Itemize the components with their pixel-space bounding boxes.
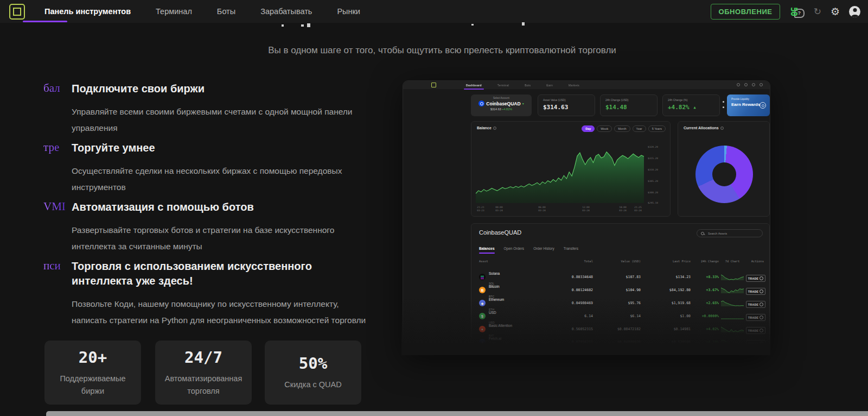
x-axis-tick: 21:2103-23 [473, 206, 489, 213]
earn-card-label: Provide Liquidity [731, 98, 765, 100]
feature-description: Развертывайте торговых ботов и стратегии… [72, 222, 375, 255]
table-row: ◦ CelestiaTIA 0.009706 $0.03426218 $3.53… [479, 345, 763, 355]
rewards-circle-icon [760, 102, 766, 109]
feature-title: Подключите свои биржи [72, 81, 375, 96]
stat-label: 24h Change (USD) [605, 98, 652, 102]
quadency-logo-icon[interactable] [9, 4, 25, 20]
nav-tab-bots[interactable]: Боты [205, 0, 248, 23]
y-axis-tick: $305.20 [648, 180, 667, 182]
promo-50-badge[interactable]: 50 [789, 7, 799, 16]
promo-help-group[interactable]: 50 ? [789, 5, 805, 18]
clipped-heading-fragment [282, 24, 284, 27]
nav-tab-earn[interactable]: Зарабатывать [248, 0, 324, 23]
sparkline-7d [720, 313, 744, 320]
tab-transfers: Transfers [564, 247, 578, 250]
feature-description: Позвольте Коди, нашему помощнику по иску… [72, 296, 375, 329]
y-axis-tick: $320.20 [648, 146, 667, 148]
preview-nav-tabs: Dashboard Terminal Bots Earn Markets [466, 84, 579, 87]
account-name: CoinbaseQUAD [486, 101, 520, 106]
stat-label: Asset Value (USD) [543, 98, 590, 102]
feature-connect-exchanges: бал Подключите свои биржи Управляйте все… [43, 81, 375, 136]
sparkline-7d [720, 274, 744, 281]
sparkline-7d [720, 300, 744, 307]
stat-card-automated-trading: 24/7 Автоматизированная торговля [155, 341, 252, 405]
y-axis-tick: $295.10 [648, 201, 667, 204]
coin-icon: B [479, 287, 486, 293]
allocations-panel-title: Current Allocations [684, 126, 719, 130]
search-icon [701, 232, 704, 235]
stat-card-exchanges: 20+ Поддерживаемые биржи [44, 341, 141, 405]
x-axis-tick: 21:2503-24 [630, 206, 646, 213]
stat-label: Автоматизированная торговля [163, 373, 244, 397]
holdings-title: CoinbaseQUAD [479, 229, 521, 236]
feature-title: Торговля с использованием искусственного… [72, 259, 375, 288]
account-selector-label: Select Account [471, 97, 532, 99]
coin-icon: ✦ [479, 339, 486, 345]
nav-tab-dashboard[interactable]: Панель инструментов [32, 0, 143, 23]
preview-tab-terminal: Terminal [497, 84, 509, 87]
main-nav: Панель инструментов Терминал Боты Зараба… [32, 0, 373, 23]
allocations-donut-chart [695, 146, 753, 203]
stat-value: 24/7 [184, 348, 222, 367]
stat-label: 24h Change (%) [668, 98, 714, 102]
stat-value: $314.63 [543, 104, 590, 111]
dashboard-preview-image: Dashboard Terminal Bots Earn Markets Sel… [403, 80, 770, 355]
preview-nav-icons [737, 83, 763, 86]
feature-description: Управляйте всеми своими биржевыми счетам… [72, 104, 375, 136]
allocations-panel: Current Allocations i [678, 121, 770, 217]
update-button[interactable]: ОБНОВЛЕНИЕ [711, 4, 780, 20]
coin-icon [479, 274, 486, 280]
preview-tab-markets: Markets [569, 84, 579, 87]
chevron-down-icon: ▾ [522, 102, 524, 105]
preview-tab-bots: Bots [525, 84, 531, 87]
x-axis-tick: 06:0003-24 [534, 206, 550, 213]
coin-icon: ◆ [479, 300, 486, 306]
account-change: +4.82% [502, 108, 512, 111]
avatar-icon [760, 83, 763, 86]
clipped-heading-fragment [301, 24, 304, 27]
stat-value: 50% [299, 354, 327, 373]
top-navbar: Панель инструментов Терминал Боты Зараба… [0, 0, 868, 23]
nav-tab-markets[interactable]: Рынки [324, 0, 373, 23]
asset-search-box [697, 229, 763, 237]
sparkline-7d [720, 287, 744, 294]
search-icon [737, 83, 740, 86]
coin-icon: $ [479, 313, 486, 319]
stat-value: 20+ [79, 348, 107, 367]
x-axis-tick: 12:0003-24 [578, 206, 594, 213]
refresh-icon[interactable]: ↻ [814, 7, 821, 16]
settings-gear-icon[interactable]: ⚙ [831, 7, 840, 17]
y-axis-tick: $315.20 [648, 157, 667, 160]
feature-icon-fragment: VMI [43, 200, 68, 215]
range-week: Week [597, 125, 612, 132]
feature-icon-fragment: тре [43, 141, 68, 155]
feature-icon-fragment: пси [43, 259, 68, 274]
change-pct-card: 24h Change (%) +4.82% ▴ [662, 94, 720, 116]
bell-icon [744, 83, 748, 86]
range-5years: 5 Years [648, 125, 666, 132]
preview-logo-icon [431, 83, 436, 87]
feature-title: Автоматизация с помощью ботов [72, 200, 375, 215]
tab-open-orders: Open Orders [504, 247, 525, 250]
carousel-dot [723, 101, 724, 103]
clipped-heading-fragment [307, 23, 310, 27]
coin-icon: ◦ [479, 352, 486, 355]
user-avatar-icon[interactable] [849, 6, 860, 17]
tab-balances: Balances [479, 247, 495, 250]
range-year: Year [633, 125, 646, 132]
holdings-tabs: Balances Open Orders Order History Trans… [479, 247, 578, 250]
feature-ai-trading: пси Торговля с использованием искусствен… [43, 259, 375, 329]
nav-right-cluster: ОБНОВЛЕНИЕ 50 ? ↻ ⚙ [711, 0, 860, 23]
earn-rewards-card: Provide Liquidity Earn Rewards [727, 94, 770, 116]
time-range-pills: Day Week Month Year 5 Years [582, 125, 666, 132]
stat-label: Поддерживаемые биржи [52, 373, 133, 397]
coinbase-icon [478, 100, 484, 106]
hero-subtitle: Вы в одном шаге от того, чтобы ощутить в… [0, 45, 868, 56]
nav-tab-terminal[interactable]: Терминал [143, 0, 205, 23]
preview-navbar: Dashboard Terminal Bots Earn Markets [403, 81, 770, 89]
feature-trade-smarter: тре Торгуйте умнее Осуществляйте сделки … [43, 141, 375, 196]
feature-title: Торгуйте умнее [72, 141, 375, 155]
account-selector: Select Account CoinbaseQUAD ▾ $314.63 +4… [471, 94, 532, 116]
range-month: Month [614, 125, 630, 132]
balance-panel-title: Balance [477, 126, 492, 130]
